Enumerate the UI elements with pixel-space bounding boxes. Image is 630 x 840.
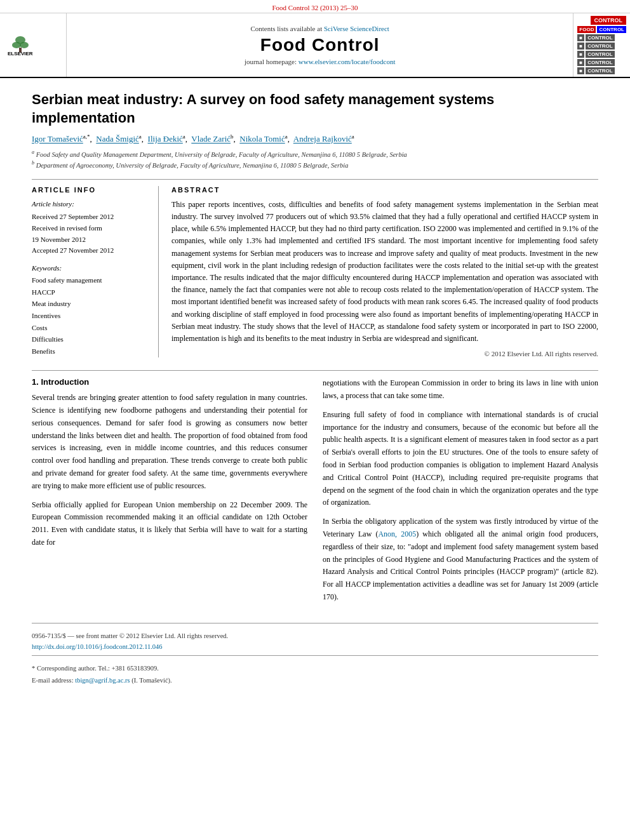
svg-text:ELSEVIER: ELSEVIER — [8, 51, 33, 57]
body-content: 1. Introduction Several trends are bring… — [32, 370, 598, 610]
cs-control4: ■ — [577, 43, 584, 50]
body-left: 1. Introduction Several trends are bring… — [32, 377, 307, 610]
main-content: Serbian meat industry: A survey on food … — [0, 78, 630, 697]
divider-1 — [32, 179, 598, 180]
footer-doi: http://dx.doi.org/10.1016/j.foodcont.201… — [32, 643, 598, 650]
body-para-2: Serbia officially applied for European U… — [32, 499, 307, 549]
body-two-col: 1. Introduction Several trends are bring… — [32, 377, 598, 610]
author-6[interactable]: Andreja Rajković — [293, 135, 352, 144]
affiliations: a Food Safety and Quality Management Dep… — [32, 149, 598, 170]
cs-control3: CONTROL — [586, 34, 615, 41]
article-history: Article history: Received 27 September 2… — [32, 199, 148, 257]
stripe-4: ■ CONTROL — [577, 51, 626, 58]
author-6-sup: a — [352, 133, 354, 140]
homepage-link[interactable]: www.elsevier.com/locate/foodcont — [298, 58, 396, 65]
journal-banner-center: Contents lists available at SciVerse Sci… — [67, 13, 573, 77]
doi-link[interactable]: http://dx.doi.org/10.1016/j.foodcont.201… — [32, 643, 163, 650]
keyword-5: Costs — [32, 322, 148, 334]
keyword-4: Incentives — [32, 310, 148, 322]
cs-control1: CONTROL — [597, 26, 626, 33]
abstract-column: ABSTRACT This paper reports incentives, … — [171, 186, 598, 357]
article-title: Serbian meat industry: A survey on food … — [32, 91, 598, 127]
author-1-sup: a,* — [83, 133, 90, 140]
keyword-6: Difficulties — [32, 333, 148, 345]
email-link[interactable]: tbign@agrif.bg.ac.rs — [75, 677, 130, 684]
sciverse-line: Contents lists available at SciVerse Sci… — [250, 25, 389, 32]
footer-note-1: 0956-7135/$ — see front matter © 2012 El… — [32, 632, 598, 639]
svg-point-2 — [12, 42, 21, 48]
body-para-1: Several trends are bringing greater atte… — [32, 392, 307, 492]
authors-line: Igor Tomaševića,*, Nada Šmigića, Ilija Đ… — [32, 133, 598, 144]
history-revised-date: 19 November 2012 — [32, 234, 148, 246]
keywords-label: Keywords: — [32, 264, 148, 272]
control-stripes-container: CONTROL FOOD CONTROL ■ CONTROL ■ CONTROL… — [573, 13, 630, 77]
section1-heading: 1. Introduction — [32, 377, 307, 387]
elsevier-logo-container: ELSEVIER — [0, 13, 67, 77]
body-para-5: In Serbia the obligatory application of … — [323, 516, 598, 604]
author-2[interactable]: Nada Šmigić — [96, 135, 139, 144]
keyword-7: Benefits — [32, 345, 148, 357]
cs-control8: ■ — [577, 59, 584, 66]
keyword-2: HACCP — [32, 286, 148, 298]
abstract-text: This paper reports incentives, costs, di… — [171, 199, 598, 345]
sciverse-link[interactable]: SciVerse ScienceDirect — [324, 25, 389, 32]
cs-control10: ■ — [577, 67, 584, 74]
article-info-abstract: ARTICLE INFO Article history: Received 2… — [32, 186, 598, 357]
author-1[interactable]: Igor Tomašević — [32, 135, 83, 144]
elsevier-logo: ELSEVIER — [8, 34, 58, 57]
keyword-1: Food safety management — [32, 274, 148, 286]
cs-control7: CONTROL — [586, 51, 615, 58]
author-3[interactable]: Ilija Đekić — [148, 135, 183, 144]
journal-title: Food Control — [260, 35, 380, 55]
stripe-3: ■ CONTROL — [577, 43, 626, 50]
stripe-5: ■ CONTROL — [577, 59, 626, 66]
footer: 0956-7135/$ — see front matter © 2012 El… — [32, 623, 598, 684]
author-3-sup: a — [183, 133, 185, 140]
author-2-sup: a — [139, 133, 142, 140]
journal-homepage: journal homepage: www.elsevier.com/locat… — [245, 58, 396, 65]
keywords-section: Keywords: Food safety management HACCP M… — [32, 264, 148, 357]
author-5[interactable]: Nikola Tomić — [239, 135, 285, 144]
article-info-label: ARTICLE INFO — [32, 186, 148, 194]
control-box-top: CONTROL — [591, 16, 627, 25]
history-revised-label: Received in revised form — [32, 223, 148, 234]
journal-banner: ELSEVIER Contents lists available at Sci… — [0, 13, 630, 78]
history-accepted: Accepted 27 November 2012 — [32, 245, 148, 257]
cs-control5: CONTROL — [586, 43, 615, 50]
stripe-2: ■ CONTROL — [577, 34, 626, 41]
cs-control2: ■ — [577, 34, 584, 41]
cs-food: FOOD — [577, 26, 596, 33]
top-bar: Food Control 32 (2013) 25–30 — [0, 0, 630, 13]
copyright: © 2012 Elsevier Ltd. All rights reserved… — [171, 350, 598, 357]
article-info-column: ARTICLE INFO Article history: Received 2… — [32, 186, 159, 357]
author-4-sup: b — [231, 133, 234, 140]
body-para-4: Ensuring full safety of food in complian… — [323, 409, 598, 509]
author-4[interactable]: Vlade Zarić — [191, 135, 231, 144]
email-line: E-mail address: tbign@agrif.bg.ac.rs (I.… — [32, 677, 598, 684]
history-label: Article history: — [32, 199, 148, 210]
author-5-sup: a — [285, 133, 288, 140]
stripe-6: ■ CONTROL — [577, 67, 626, 74]
history-received: Received 27 September 2012 — [32, 211, 148, 223]
cs-control9: CONTROL — [586, 59, 615, 66]
stripe-1: FOOD CONTROL — [577, 26, 626, 33]
journal-citation: Food Control 32 (2013) 25–30 — [272, 4, 358, 11]
keyword-3: Meat industry — [32, 298, 148, 310]
body-para-3: negotiations with the European Commissio… — [323, 377, 598, 403]
affiliation-b: b Department of Agroeconomy, University … — [32, 159, 598, 170]
corresponding-note: * Corresponding author. Tel.: +381 65318… — [32, 665, 598, 672]
ref-anon2005[interactable]: Anon, 2005 — [378, 530, 416, 538]
cs-control11: CONTROL — [586, 67, 615, 74]
affiliation-a: a Food Safety and Quality Management Dep… — [32, 149, 598, 159]
svg-point-3 — [20, 42, 29, 48]
body-right: negotiations with the European Commissio… — [323, 377, 598, 610]
control-stripes: FOOD CONTROL ■ CONTROL ■ CONTROL ■ CONTR… — [577, 26, 626, 74]
abstract-label: ABSTRACT — [171, 186, 598, 194]
cs-control6: ■ — [577, 51, 584, 58]
keywords-list: Food safety management HACCP Meat indust… — [32, 274, 148, 357]
